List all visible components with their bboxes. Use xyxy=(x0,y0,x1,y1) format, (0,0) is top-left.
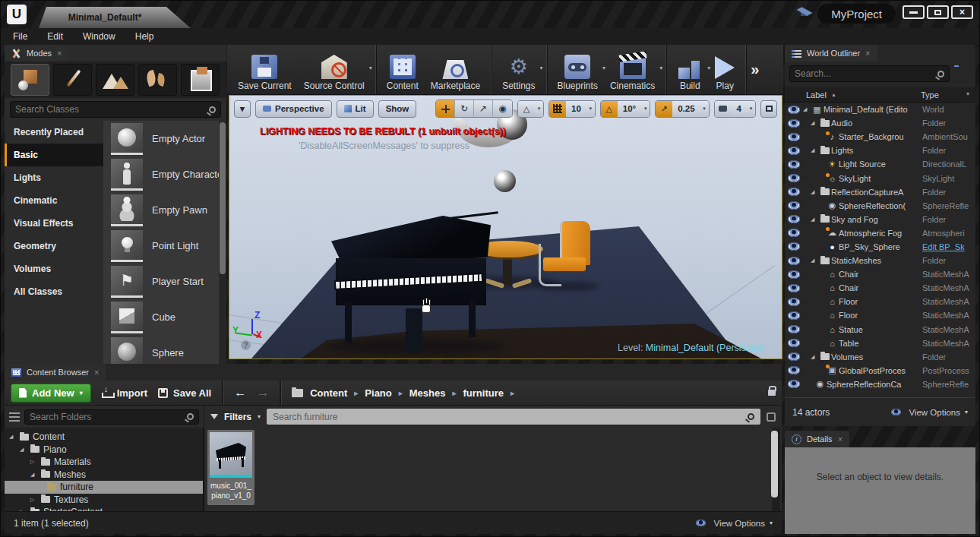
chevron-down-icon[interactable]: ▾ xyxy=(747,101,755,117)
surface-snap-toggle[interactable]: △ xyxy=(518,101,535,117)
minimize-button[interactable] xyxy=(903,5,925,19)
outliner-row-folder[interactable]: ◢ ReflectionCaptureAFolder xyxy=(785,185,975,199)
grid-snap-value[interactable]: 10 xyxy=(566,101,586,117)
forward-button[interactable]: → xyxy=(257,386,269,400)
scale-tool-button[interactable]: ↗ xyxy=(474,100,493,117)
viewport-scene[interactable]: LIGHTING NEEDS TO BE REBUILT (1 unbuilt … xyxy=(229,96,782,359)
save-search-icon[interactable] xyxy=(767,412,776,422)
tree-item-textures[interactable]: ▷ Textures xyxy=(5,494,203,507)
class-item-player-start[interactable]: ⚑ Player Start xyxy=(103,264,226,299)
visibility-eye-icon[interactable] xyxy=(788,106,800,114)
visibility-eye-icon[interactable] xyxy=(788,215,800,223)
breadcrumb-furniture[interactable]: furniture xyxy=(463,387,504,399)
save-all-button[interactable]: Save All xyxy=(158,387,211,399)
visibility-eye-icon[interactable] xyxy=(788,366,800,374)
visibility-eye-icon[interactable] xyxy=(788,147,800,155)
save-current-button[interactable]: Save Current xyxy=(232,45,298,94)
expander-icon[interactable]: ◢ xyxy=(811,120,818,126)
outliner-row-actor[interactable]: ♪ Starter_BackgrouAmbientSou xyxy=(785,130,975,144)
camera-speed-icon[interactable] xyxy=(715,101,732,117)
close-icon[interactable]: × xyxy=(865,49,870,58)
visibility-eye-icon[interactable] xyxy=(788,380,800,388)
category-volumes[interactable]: Volumes xyxy=(5,257,103,280)
tab-content-browser[interactable]: Content Browser × xyxy=(5,364,106,381)
outliner-search-input[interactable] xyxy=(795,68,937,79)
visibility-eye-icon[interactable] xyxy=(788,339,800,347)
outliner-row-folder[interactable]: ◢ StaticMeshesFolder xyxy=(785,254,975,267)
level-document-tab[interactable]: Minimal_Default* xyxy=(39,7,191,28)
visibility-eye-icon[interactable] xyxy=(788,257,800,265)
tree-item-materials[interactable]: ▷ Materials xyxy=(5,456,203,469)
chevron-down-icon[interactable]: ▾ xyxy=(535,101,543,117)
close-icon[interactable]: × xyxy=(57,49,62,58)
viewport-options-dropdown[interactable]: ▾ xyxy=(234,100,251,118)
category-basic[interactable]: Basic xyxy=(5,144,103,166)
maximize-button[interactable] xyxy=(927,5,949,19)
search-folders-input[interactable] xyxy=(30,412,187,422)
play-button[interactable]: Play xyxy=(709,45,741,94)
chevron-down-icon[interactable]: ▾ xyxy=(659,65,662,71)
tree-item-furniture[interactable]: furniture xyxy=(5,481,203,494)
sources-panel-toggle-icon[interactable] xyxy=(9,412,20,422)
chevron-down-icon[interactable]: ▾ xyxy=(586,101,595,117)
chevron-down-icon[interactable]: ▾ xyxy=(540,65,543,71)
class-item-empty-pawn[interactable]: Empty Pawn xyxy=(103,192,226,228)
class-item-empty-character[interactable]: Empty Character xyxy=(103,156,226,192)
expander-icon[interactable]: ◢ xyxy=(811,216,818,223)
world-space-toggle[interactable]: ◉ xyxy=(493,100,512,117)
level-viewport[interactable]: LIGHTING NEEDS TO BE REBUILT (1 unbuilt … xyxy=(229,95,782,359)
grid-snap-toggle[interactable] xyxy=(549,101,566,117)
tree-item-content[interactable]: ◢ Content xyxy=(5,431,203,444)
blueprints-button[interactable]: ▾ Blueprints xyxy=(552,45,604,94)
visibility-eye-icon[interactable] xyxy=(788,119,800,128)
expander-icon[interactable]: ◢ xyxy=(811,189,818,195)
tutorials-graduation-cap-icon[interactable] xyxy=(797,8,812,18)
category-visual-effects[interactable]: Visual Effects xyxy=(5,212,103,235)
expander-icon[interactable]: ◢ xyxy=(9,434,16,440)
tree-item-piano[interactable]: ◢ Piano xyxy=(5,444,203,456)
visibility-eye-icon[interactable] xyxy=(788,352,800,361)
visibility-eye-icon[interactable] xyxy=(788,284,800,292)
class-item-cube[interactable]: Cube xyxy=(103,299,226,335)
source-control-button[interactable]: ▾ Source Control xyxy=(298,45,371,94)
outliner-row-actor[interactable]: ◉ SphereReflection(SphereRefle xyxy=(785,199,975,213)
outliner-row-world[interactable]: ◢ ▦ Minimal_Default (EditoWorld xyxy=(785,103,975,116)
scale-snap-value[interactable]: 0.25 xyxy=(672,101,700,117)
place-mode-button[interactable] xyxy=(11,64,49,96)
asset-grid-scrollbar[interactable] xyxy=(772,428,780,511)
category-lights[interactable]: Lights xyxy=(5,166,103,189)
outliner-row-actor[interactable]: ⌂ TableStaticMeshA xyxy=(785,336,975,350)
visibility-eye-icon[interactable] xyxy=(788,298,800,306)
breadcrumb-piano[interactable]: Piano xyxy=(365,387,391,399)
chevron-down-icon[interactable]: ▾ xyxy=(369,65,372,71)
show-menu-button[interactable]: Show xyxy=(378,100,417,118)
chevron-down-icon[interactable]: ▾ xyxy=(700,101,709,117)
table-pedestal[interactable] xyxy=(503,254,512,286)
class-item-point-light[interactable]: Point Light xyxy=(103,228,226,264)
move-tool-button[interactable] xyxy=(436,100,455,117)
outliner-view-options-button[interactable]: View Options ▾ xyxy=(891,408,968,417)
scale-snap-toggle[interactable]: ↗ xyxy=(656,101,672,117)
tab-world-outliner[interactable]: World Outliner × xyxy=(785,45,877,62)
menu-help[interactable]: Help xyxy=(135,31,154,42)
asset-tile-piano[interactable]: music_001_ piano_v1_0 xyxy=(207,430,254,505)
visibility-eye-icon[interactable] xyxy=(788,201,800,210)
outliner-row-actor[interactable]: ▣ GlobalPostProcesPostProcess xyxy=(785,364,975,377)
visibility-eye-icon[interactable] xyxy=(788,242,800,251)
outliner-row-actor[interactable]: ◉ SphereReflectionCaSphereRefle xyxy=(785,377,975,391)
expander-icon[interactable]: ◢ xyxy=(811,354,818,360)
visibility-eye-icon[interactable] xyxy=(788,160,800,169)
outliner-row-actor[interactable]: ☼ SkyLightSkyLight xyxy=(785,171,975,185)
cinematics-button[interactable]: ▾ Cinematics xyxy=(604,45,661,94)
back-button[interactable]: ← xyxy=(234,386,246,400)
import-button[interactable]: Import xyxy=(102,387,147,399)
chevron-down-icon[interactable]: ▾ xyxy=(641,101,650,117)
toolbar-overflow-chevron[interactable]: » xyxy=(746,61,763,78)
add-new-button[interactable]: Add New ▾ xyxy=(11,384,91,403)
column-label[interactable]: Label ▲ xyxy=(785,90,921,100)
settings-button[interactable]: ⚙ ▾ Settings xyxy=(496,45,541,94)
camera-speed-value[interactable]: 4 xyxy=(732,101,747,117)
paint-mode-button[interactable] xyxy=(53,64,92,96)
outliner-row-folder[interactable]: ◢ VolumesFolder xyxy=(785,350,975,364)
visibility-eye-icon[interactable] xyxy=(788,229,800,237)
